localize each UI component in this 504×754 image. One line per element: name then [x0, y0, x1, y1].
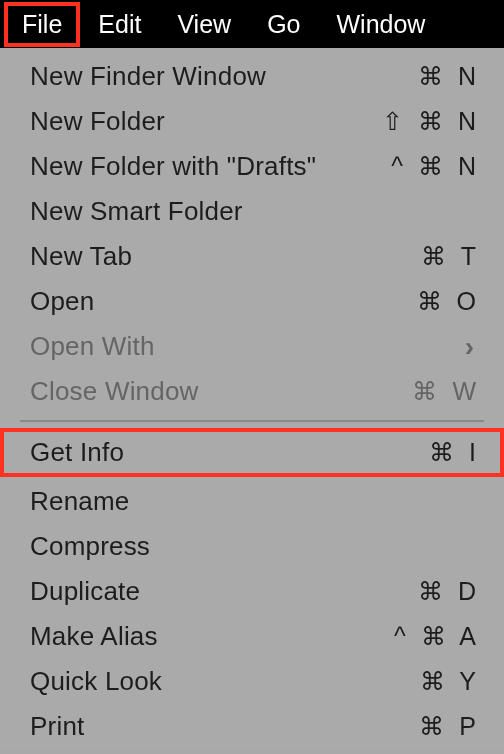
menu-shortcut: ⇧ ⌘ N [382, 107, 480, 136]
menubar-item-file[interactable]: File [4, 2, 80, 47]
menu-item-rename[interactable]: Rename [0, 479, 504, 524]
menu-item-open[interactable]: Open ⌘ O [0, 279, 504, 324]
menubar-item-edit[interactable]: Edit [80, 2, 159, 47]
menu-label: Rename [30, 486, 129, 517]
menu-item-new-tab[interactable]: New Tab ⌘ T [0, 234, 504, 279]
menu-label: Make Alias [30, 621, 158, 652]
menu-label: Duplicate [30, 576, 140, 607]
menu-item-new-folder-with-selection[interactable]: New Folder with "Drafts" ^ ⌘ N [0, 144, 504, 189]
menu-item-compress[interactable]: Compress [0, 524, 504, 569]
menu-item-new-folder[interactable]: New Folder ⇧ ⌘ N [0, 99, 504, 144]
menu-item-duplicate[interactable]: Duplicate ⌘ D [0, 569, 504, 614]
menu-label: Open [30, 286, 94, 317]
menu-shortcut: ^ ⌘ N [391, 152, 480, 181]
menu-separator [20, 420, 484, 422]
menu-item-print[interactable]: Print ⌘ P [0, 704, 504, 749]
menu-item-new-finder-window[interactable]: New Finder Window ⌘ N [0, 54, 504, 99]
menubar-item-view[interactable]: View [159, 2, 249, 47]
menu-item-open-with[interactable]: Open With › [0, 324, 504, 369]
menu-shortcut: ⌘ T [421, 242, 480, 271]
chevron-right-icon: › [465, 331, 480, 363]
menu-label: New Folder [30, 106, 165, 137]
menu-shortcut: ^ ⌘ A [394, 622, 480, 651]
menu-label: Close Window [30, 376, 199, 407]
menu-item-new-smart-folder[interactable]: New Smart Folder [0, 189, 504, 234]
menu-label: Get Info [30, 437, 124, 468]
menu-item-close-window: Close Window ⌘ W [0, 369, 504, 414]
menu-label: Quick Look [30, 666, 162, 697]
menu-label: New Tab [30, 241, 132, 272]
menubar-item-go[interactable]: Go [249, 2, 318, 47]
menubar: File Edit View Go Window [0, 0, 504, 48]
menu-label: Open With [30, 331, 155, 362]
menu-item-get-info[interactable]: Get Info ⌘ I [0, 428, 504, 477]
menu-shortcut: ⌘ N [418, 62, 480, 91]
menu-label: Print [30, 711, 84, 742]
menu-label: New Smart Folder [30, 196, 243, 227]
menu-label: New Finder Window [30, 61, 266, 92]
menubar-item-window[interactable]: Window [319, 2, 444, 47]
menu-shortcut: ⌘ Y [420, 667, 480, 696]
menu-shortcut: ⌘ D [418, 577, 480, 606]
menu-item-quick-look[interactable]: Quick Look ⌘ Y [0, 659, 504, 704]
menu-shortcut: ⌘ O [417, 287, 480, 316]
menu-item-make-alias[interactable]: Make Alias ^ ⌘ A [0, 614, 504, 659]
menu-label: New Folder with "Drafts" [30, 151, 316, 182]
menu-shortcut: ⌘ W [412, 377, 480, 406]
file-menu-dropdown: New Finder Window ⌘ N New Folder ⇧ ⌘ N N… [0, 48, 504, 749]
menu-label: Compress [30, 531, 150, 562]
menu-shortcut: ⌘ P [419, 712, 480, 741]
menu-shortcut: ⌘ I [429, 438, 480, 467]
